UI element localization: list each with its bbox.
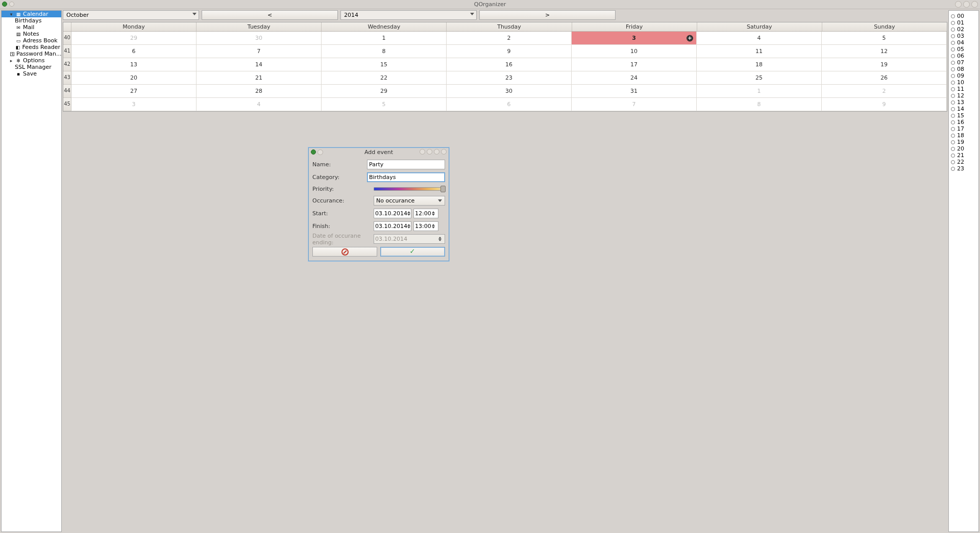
day-cell[interactable]: 11 (697, 45, 822, 58)
day-cell[interactable]: 29 (71, 32, 197, 45)
day-cell[interactable]: 2 (822, 85, 947, 98)
hour-item[interactable]: 08 (949, 66, 978, 72)
sidebar-item-notes[interactable]: Notes (2, 31, 61, 37)
day-cell[interactable]: 9 (447, 45, 572, 58)
day-cell[interactable]: 3 (71, 98, 197, 111)
dialog-min-button[interactable] (427, 149, 432, 155)
day-cell[interactable]: 5 (322, 98, 447, 111)
year-select[interactable]: 2014 (340, 10, 477, 20)
day-cell[interactable]: 18 (697, 58, 822, 71)
start-date-spinner[interactable]: 03.10.2014 (374, 209, 411, 218)
maximize-button[interactable] (963, 1, 970, 8)
day-cell[interactable]: 7 (197, 45, 322, 58)
hour-item[interactable]: 18 (949, 132, 978, 139)
day-cell[interactable]: 3+ (572, 32, 697, 45)
dialog-close-button[interactable] (441, 149, 447, 155)
hour-item[interactable]: 05 (949, 46, 978, 53)
hour-item[interactable]: 06 (949, 53, 978, 59)
day-cell[interactable]: 4 (697, 32, 822, 45)
hour-item[interactable]: 10 (949, 79, 978, 86)
day-cell[interactable]: 22 (322, 71, 447, 85)
hour-item[interactable]: 23 (949, 165, 978, 172)
dialog-max-button[interactable] (434, 149, 439, 155)
day-cell[interactable]: 24 (572, 71, 697, 85)
day-cell[interactable]: 26 (822, 71, 947, 85)
day-cell[interactable]: 15 (322, 58, 447, 71)
sidebar-item-adress-book[interactable]: Adress Book (2, 37, 61, 44)
ok-button[interactable] (380, 247, 445, 257)
day-cell[interactable]: 31 (572, 85, 697, 98)
close-button[interactable] (971, 1, 978, 8)
hour-item[interactable]: 14 (949, 106, 978, 112)
hour-item[interactable]: 01 (949, 19, 978, 26)
day-cell[interactable]: 14 (197, 58, 322, 71)
day-cell[interactable]: 13 (71, 58, 197, 71)
day-cell[interactable]: 28 (197, 85, 322, 98)
hour-item[interactable]: 19 (949, 139, 978, 145)
hour-item[interactable]: 21 (949, 152, 978, 159)
day-cell[interactable]: 23 (447, 71, 572, 85)
cancel-button[interactable] (312, 247, 377, 257)
sidebar-item-mail[interactable]: Mail (2, 24, 61, 31)
start-time-spinner[interactable]: 12:00 (413, 209, 438, 218)
hour-item[interactable]: 07 (949, 59, 978, 66)
day-cell[interactable]: 19 (822, 58, 947, 71)
hour-item[interactable]: 03 (949, 33, 978, 39)
hour-item[interactable]: 13 (949, 99, 978, 106)
day-cell[interactable]: 1 (322, 32, 447, 45)
day-cell[interactable]: 16 (447, 58, 572, 71)
name-input[interactable] (367, 160, 445, 169)
day-cell[interactable]: 10 (572, 45, 697, 58)
day-cell[interactable]: 1 (697, 85, 822, 98)
day-cell[interactable]: 4 (197, 98, 322, 111)
add-event-icon[interactable]: + (687, 35, 693, 41)
priority-slider[interactable] (374, 185, 445, 193)
hour-item[interactable]: 15 (949, 112, 978, 119)
occurance-select[interactable]: No occurance (374, 196, 445, 206)
dialog-shade-button[interactable] (317, 149, 323, 155)
hour-item[interactable]: 20 (949, 145, 978, 152)
hour-item[interactable]: 04 (949, 39, 978, 46)
day-cell[interactable]: 30 (447, 85, 572, 98)
day-cell[interactable]: 6 (447, 98, 572, 111)
day-cell[interactable]: 21 (197, 71, 322, 85)
hour-item[interactable]: 00 (949, 13, 978, 19)
day-cell[interactable]: 27 (71, 85, 197, 98)
hour-item[interactable]: 09 (949, 72, 978, 79)
dialog-help-button[interactable] (420, 149, 425, 155)
hour-item[interactable]: 11 (949, 86, 978, 92)
day-cell[interactable]: 12 (822, 45, 947, 58)
day-cell[interactable]: 2 (447, 32, 572, 45)
hour-item[interactable]: 12 (949, 92, 978, 99)
month-select[interactable]: October (63, 10, 199, 20)
day-cell[interactable]: 7 (572, 98, 697, 111)
next-month-button[interactable]: > (479, 10, 616, 20)
sidebar-item-feeds-reader[interactable]: Feeds Reader (2, 44, 61, 50)
day-cell[interactable]: 8 (322, 45, 447, 58)
day-cell[interactable]: 25 (697, 71, 822, 85)
slider-handle[interactable] (440, 186, 446, 192)
prev-month-button[interactable]: < (202, 10, 338, 20)
day-cell[interactable]: 17 (572, 58, 697, 71)
finish-date-spinner[interactable]: 03.10.2014 (374, 221, 411, 231)
sidebar-item-birthdays[interactable]: Birthdays (2, 17, 61, 24)
day-cell[interactable]: 29 (322, 85, 447, 98)
hour-item[interactable]: 16 (949, 119, 978, 125)
finish-time-spinner[interactable]: 13:00 (413, 221, 438, 231)
minimize-button[interactable] (955, 1, 962, 8)
hour-item[interactable]: 17 (949, 125, 978, 132)
sidebar-item-ssl-manager[interactable]: SSL Manager (2, 64, 61, 70)
sidebar-item-password-man-[interactable]: Password Man... (2, 50, 61, 57)
sidebar-item-save[interactable]: Save (2, 70, 61, 77)
day-cell[interactable]: 20 (71, 71, 197, 85)
sidebar-item-options[interactable]: ▸Options (2, 57, 61, 64)
day-cell[interactable]: 8 (697, 98, 822, 111)
titlebar-shade-button[interactable] (9, 2, 14, 7)
day-cell[interactable]: 6 (71, 45, 197, 58)
day-cell[interactable]: 9 (822, 98, 947, 111)
hour-item[interactable]: 02 (949, 26, 978, 33)
day-cell[interactable]: 30 (197, 32, 322, 45)
day-cell[interactable]: 5 (822, 32, 947, 45)
hour-item[interactable]: 22 (949, 159, 978, 165)
sidebar-item-calendar[interactable]: ▾Calendar (2, 11, 61, 17)
